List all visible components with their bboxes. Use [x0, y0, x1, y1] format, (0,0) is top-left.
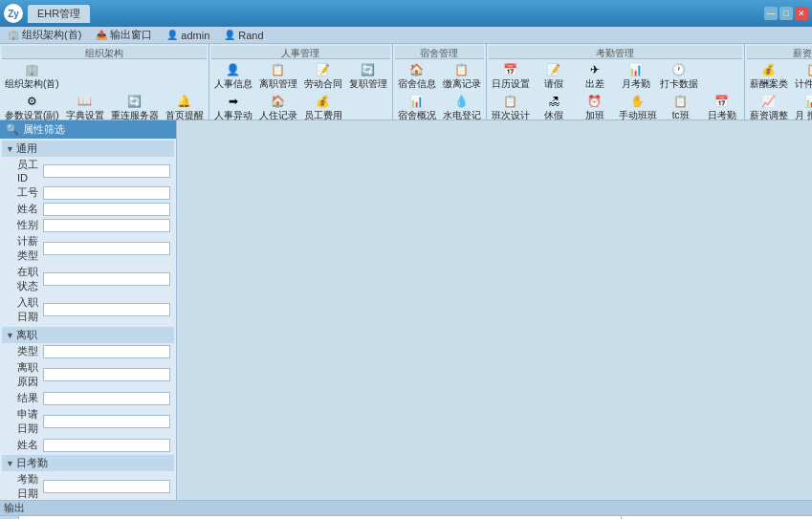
- btn-checkout-rec[interactable]: 📋 缴离记录: [440, 61, 484, 92]
- left-panel-title: 属性筛选: [23, 122, 65, 137]
- filter-workno-label: 工号: [17, 185, 43, 200]
- filter-group-daily-att: ▼ 日考勤 考勤日期: [2, 455, 174, 500]
- toolbar-top: 🏢 组织架构(首) 📤 输出窗口 👤 admin 👤 Rand: [0, 27, 812, 44]
- group-salary-rows: 💰 薪酬案类 📋 计件案类 📈 薪资调整 📊 月 报 表: [747, 59, 812, 123]
- close-button[interactable]: ✕: [795, 7, 808, 20]
- btn-carddata[interactable]: 🕐 打卡数据: [657, 61, 701, 92]
- btn-resign[interactable]: 📋 离职管理: [256, 61, 300, 92]
- filter-paytype-input[interactable]: [43, 242, 170, 255]
- holiday-icon: 🏖: [546, 94, 561, 109]
- piece-case-icon: 📋: [806, 62, 812, 77]
- filter-resign-reason-input[interactable]: [43, 368, 170, 381]
- btn-calendar[interactable]: 📅 日历设置: [489, 61, 533, 92]
- main-tab[interactable]: EHR管理: [27, 4, 91, 23]
- filter-resign-reason-label: 离职原因: [17, 360, 43, 389]
- filter-item-paytype: 计薪类型: [2, 233, 174, 264]
- toolbar-output-label: 输出窗口: [110, 28, 152, 42]
- resign-icon: 📋: [271, 62, 286, 77]
- btn-transfer[interactable]: ➡ 人事异动: [211, 93, 255, 123]
- expand-resign-icon: ▼: [6, 331, 14, 340]
- btn-piece-case[interactable]: 📋 计件案类: [792, 61, 812, 92]
- toolbar-group-dorm: 宿舍管理 🏠 宿舍信息 📋 缴离记录 📊 宿舍概况: [393, 44, 487, 125]
- maximize-button[interactable]: □: [779, 7, 793, 20]
- btn-overtime[interactable]: ⏰ 加班: [575, 93, 615, 123]
- btn-emp-cost[interactable]: 💰 员工费用: [301, 93, 345, 123]
- filter-group-general-header[interactable]: ▼ 通用: [2, 141, 174, 157]
- tc-shift-icon: 📋: [673, 94, 689, 109]
- minimize-button[interactable]: —: [764, 7, 778, 20]
- water-elec-icon: 💧: [454, 94, 470, 109]
- toolbar-org-btn[interactable]: 🏢 组织架构(首): [4, 27, 84, 43]
- btn-daily-attendance[interactable]: 📅 日考勤: [702, 93, 742, 123]
- btn-dorm-overview[interactable]: 📊 宿舍概况: [395, 93, 439, 123]
- btn-remind[interactable]: 🔔 首页提醒: [163, 93, 207, 123]
- filter-gender-input[interactable]: [43, 219, 170, 232]
- btn-water-elec[interactable]: 💧 水电登记: [440, 93, 484, 123]
- btn-rejoin-label: 复职管理: [349, 77, 387, 91]
- btn-checkout-rec-label: 缴离记录: [443, 77, 481, 91]
- checkin-icon: 🏠: [271, 94, 286, 109]
- toolbar-admin-btn[interactable]: 👤 admin: [163, 28, 212, 43]
- btn-dict[interactable]: 📖 字典设置: [63, 93, 107, 123]
- filter-item-name: 姓名: [2, 201, 174, 217]
- filter-workno-input[interactable]: [43, 186, 170, 200]
- expand-daily-att-icon: ▼: [6, 459, 14, 468]
- salary-case-icon: 💰: [761, 62, 777, 77]
- filter-empid-input[interactable]: [43, 164, 170, 178]
- btn-org-struct[interactable]: 🏢 组织架构(首): [2, 61, 62, 92]
- filter-name-input[interactable]: [43, 203, 170, 216]
- filter-resign-name-input[interactable]: [43, 439, 170, 452]
- filter-item-gender: 性别: [2, 217, 174, 233]
- btn-checkin[interactable]: 🏠 人住记录: [256, 93, 300, 123]
- leave-icon: 📝: [546, 62, 561, 77]
- btn-biz-trip-label: 出差: [585, 77, 604, 91]
- btn-monthly-attendance[interactable]: 📊 月考勤: [616, 61, 656, 92]
- btn-leave[interactable]: 📝 请假: [534, 61, 574, 92]
- toolbar-output-btn[interactable]: 📤 输出窗口: [92, 27, 155, 43]
- btn-reconnect[interactable]: 🔄 重连服务器: [108, 93, 162, 123]
- group-hr-title: 人事管理: [211, 46, 390, 59]
- group-hr-rows: 👤 人事信息 📋 离职管理 📝 劳动合同 🔄 复职管理: [211, 59, 390, 123]
- dict-icon: 📖: [77, 94, 93, 109]
- filter-resign-type-input[interactable]: [43, 345, 170, 358]
- group-hr-row1: 👤 人事信息 📋 离职管理 📝 劳动合同 🔄 复职管理: [211, 61, 390, 92]
- group-org-title: 组织架构: [2, 46, 207, 59]
- output-header: 输出: [0, 501, 812, 516]
- filter-status-label: 在职状态: [17, 265, 43, 293]
- filter-entrydate-input[interactable]: [43, 303, 170, 316]
- btn-contract[interactable]: 📝 劳动合同: [301, 61, 345, 92]
- btn-dorm-info[interactable]: 🏠 宿舍信息: [395, 61, 439, 92]
- group-salary-row2: 📈 薪资调整 📊 月 报 表 🎁 福利薪资: [747, 93, 812, 123]
- filter-status-input[interactable]: [43, 272, 170, 286]
- btn-hr-info[interactable]: 👤 人事信息: [211, 61, 255, 92]
- btn-params[interactable]: ⚙ 参数设置(副): [2, 93, 62, 123]
- filter-att-date-input[interactable]: [43, 480, 170, 493]
- btn-holiday[interactable]: 🏖 休假: [534, 93, 574, 123]
- btn-org-struct-label: 组织架构(首): [5, 77, 59, 91]
- btn-rejoin[interactable]: 🔄 复职管理: [346, 61, 390, 92]
- btn-leave-label: 请假: [544, 77, 563, 91]
- toolbar-org-label: 组织架构(首): [22, 28, 81, 42]
- btn-monthly-report[interactable]: 📊 月 报 表: [792, 93, 812, 123]
- group-attendance-row1: 📅 日历设置 📝 请假 ✈ 出差 📊 月考勤: [489, 61, 742, 92]
- btn-salary-case[interactable]: 💰 薪酬案类: [747, 61, 791, 92]
- org-icon: 🏢: [7, 29, 20, 42]
- filter-group-daily-att-header[interactable]: ▼ 日考勤: [2, 455, 174, 471]
- filter-apply-date-input[interactable]: [43, 415, 170, 428]
- group-salary-title: 薪资管理: [747, 46, 812, 59]
- toolbar-rand-btn[interactable]: 👤 Rand: [220, 28, 266, 43]
- btn-shift-design[interactable]: 📋 班次设计: [489, 93, 533, 123]
- checkout-rec-icon: 📋: [454, 62, 470, 77]
- filter-group-resign-header[interactable]: ▼ 离职: [2, 327, 174, 343]
- btn-salary-adjust[interactable]: 📈 薪资调整: [747, 93, 791, 123]
- btn-dorm-info-label: 宿舍信息: [398, 77, 436, 91]
- tab-bar: EHR管理: [27, 4, 91, 23]
- filter-entrydate-label: 入职日期: [17, 295, 43, 324]
- filter-att-date-label: 考勤日期: [17, 472, 43, 500]
- filter-resign-result-input[interactable]: [43, 392, 170, 405]
- btn-biz-trip[interactable]: ✈ 出差: [575, 61, 615, 92]
- btn-manual-shift[interactable]: ✋ 手动班班: [616, 93, 660, 123]
- btn-tc-shift[interactable]: 📋 tc班: [661, 93, 701, 123]
- filter-gender-label: 性别: [17, 218, 43, 232]
- group-org-row1: 🏢 组织架构(首): [2, 61, 207, 92]
